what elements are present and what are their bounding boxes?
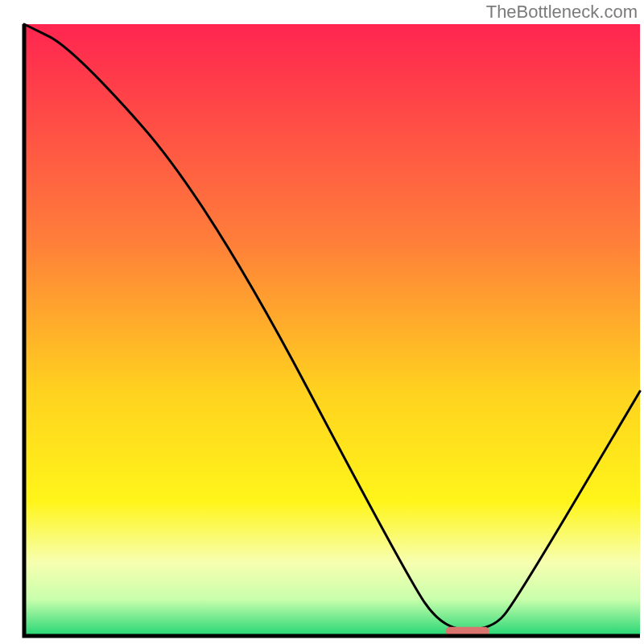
bottleneck-chart	[0, 0, 644, 644]
chart-container: { "attribution": "TheBottleneck.com", "c…	[0, 0, 644, 644]
attribution-label: TheBottleneck.com	[486, 2, 638, 23]
plot-background	[24, 24, 640, 636]
